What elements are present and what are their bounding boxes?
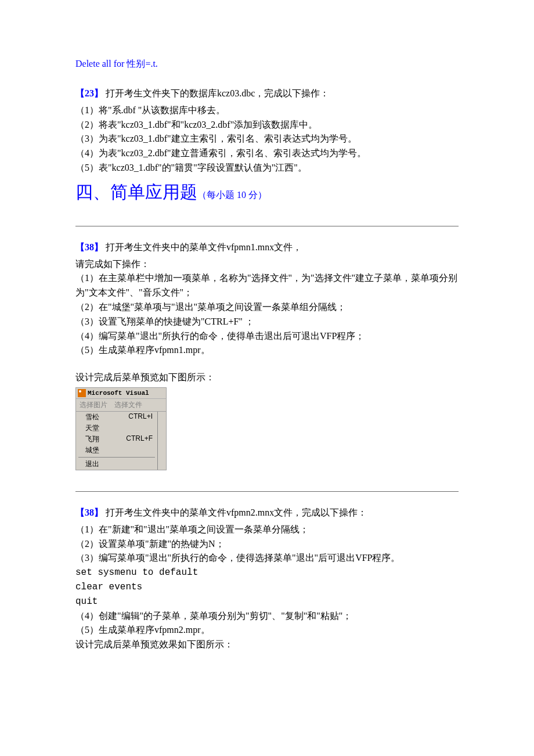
- question-38b: 【38】 打开考生文件夹中的菜单文件vfpmn2.mnx文件，完成以下操作：: [75, 506, 459, 520]
- preview-menubar-item: 选择文件: [111, 399, 146, 411]
- q23-step: （1）将"系.dbf "从该数据库中移去。: [75, 103, 459, 118]
- q38b-step: （5）生成菜单程序vfpmn2.mpr。: [75, 623, 459, 638]
- divider: [75, 491, 459, 492]
- question-intro: 打开考生文件夹中的菜单文件vfpmn2.mnx文件，完成以下操作：: [103, 507, 367, 517]
- preview-dropdown-item: 天堂: [76, 423, 157, 434]
- q38a-step: （4）编写菜单"退出"所执行的命令，使得单击退出后可退出VFP程序；: [75, 329, 459, 344]
- q38b-step: （1）在"新建"和"退出"菜单项之间设置一条菜单分隔线；: [75, 523, 459, 537]
- q38a-step: （2）在"城堡"菜单项与"退出"菜单项之间设置一条菜单组分隔线；: [75, 300, 459, 315]
- q23-step: （2）将表"kcz03_1.dbf"和"kcz03_2.dbf"添加到该数据库中…: [75, 118, 459, 132]
- q38b-end: 设计完成后菜单预览效果如下图所示：: [75, 638, 459, 652]
- q38a-step: （3）设置飞翔菜单的快捷键为"CTRL+F" ；: [75, 315, 459, 329]
- dropdown-shortcut: CTRL+I: [128, 412, 153, 422]
- preview-caption: 设计完成后菜单预览如下图所示：: [75, 370, 459, 385]
- dropdown-label: 退出: [85, 459, 99, 469]
- top-code-line: Delete all for 性别=.t.: [75, 58, 459, 70]
- dropdown-label: 雪松: [85, 412, 99, 422]
- question-number: 【38】: [75, 242, 103, 252]
- dropdown-label: 城堡: [85, 445, 99, 455]
- preview-dropdown-item: 飞翔 CTRL+F: [76, 434, 157, 445]
- q23-step: （5）表"kcz03_1.dbf"的"籍贯"字段设置默认值为"江西"。: [75, 161, 459, 175]
- preview-dropdown-item: 退出: [76, 459, 157, 470]
- document-page: Delete all for 性别=.t. 【23】 打开考生文件夹下的数据库k…: [0, 0, 534, 687]
- preview-title-text: Microsoft Visual: [88, 390, 149, 397]
- dropdown-label: 飞翔: [85, 434, 99, 444]
- section-title-text: 四、简单应用题: [75, 182, 197, 201]
- dropdown-shortcut: CTRL+F: [126, 434, 153, 444]
- preview-dropdown-separator: [78, 457, 155, 458]
- q38b-step: （3）编写菜单项"退出"所执行的命令，使得选择菜单"退出"后可退出VFP程序。: [75, 551, 459, 566]
- question-38a: 【38】 打开考生文件夹中的菜单文件vfpmn1.mnx文件，: [75, 240, 459, 255]
- q38a-step: （1）在主菜单栏中增加一项菜单，名称为"选择文件"，为"选择文件"建立子菜单，菜…: [75, 271, 459, 300]
- question-number: 【38】: [75, 507, 103, 517]
- question-number: 【23】: [75, 88, 103, 98]
- q38a-pre: 请完成如下操作：: [75, 257, 459, 272]
- dropdown-label: 天堂: [85, 423, 99, 433]
- section-4-title: 四、简单应用题（每小题 10 分）: [75, 179, 459, 205]
- q38b-code: quit: [75, 595, 459, 609]
- q23-step: （4）为表"kcz03_2.dbf"建立普通索引，索引名、索引表达式均为学号。: [75, 146, 459, 161]
- q23-step: （3）为表"kcz03_1.dbf"建立主索引，索引名、索引表达式均为学号。: [75, 132, 459, 146]
- question-intro: 打开考生文件夹下的数据库kcz03.dbc，完成以下操作：: [103, 88, 329, 98]
- q38b-code: set sysmenu to default: [75, 566, 459, 580]
- section-subtitle: （每小题 10 分）: [197, 190, 267, 200]
- menu-preview-image: Microsoft Visual 选择图片 选择文件 雪松 CTRL+I 天堂 …: [75, 387, 167, 470]
- preview-dropdown-item: 雪松 CTRL+I: [76, 412, 157, 423]
- q38b-step: （2）设置菜单项"新建"的热键为N；: [75, 537, 459, 552]
- question-23: 【23】 打开考生文件夹下的数据库kcz03.dbc，完成以下操作：: [75, 87, 459, 101]
- q38b-step: （4）创建"编辑"的子菜单，菜单项分别为"剪切"、"复制"和"粘贴"；: [75, 609, 459, 624]
- preview-dropdown-item: 城堡: [76, 445, 157, 456]
- divider: [75, 226, 459, 226]
- q38a-step: （5）生成菜单程序vfpmn1.mpr。: [75, 343, 459, 358]
- preview-dropdown: 雪松 CTRL+I 天堂 飞翔 CTRL+F 城堡 退出: [76, 412, 158, 470]
- q38b-code: clear events: [75, 580, 459, 595]
- preview-menubar: 选择图片 选择文件: [76, 399, 166, 412]
- preview-titlebar: Microsoft Visual: [76, 388, 166, 399]
- preview-menubar-item: 选择图片: [76, 399, 111, 411]
- fox-icon: [78, 389, 86, 397]
- question-intro: 打开考生文件夹中的菜单文件vfpmn1.mnx文件，: [103, 242, 302, 252]
